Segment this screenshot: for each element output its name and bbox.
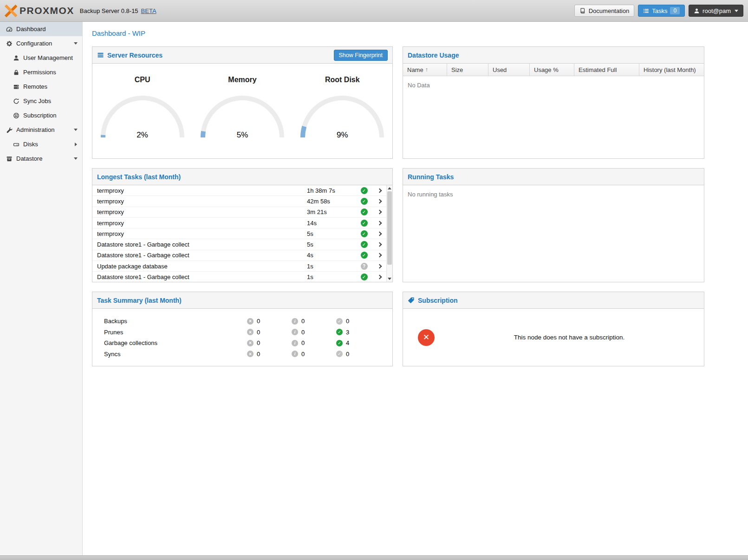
ok-status-icon: ✓ (361, 220, 368, 227)
chevron-right-icon[interactable] (372, 210, 386, 214)
user-menu-button[interactable]: root@pam (689, 5, 743, 17)
task-duration: 5s (307, 230, 356, 237)
sidebar-item-dashboard[interactable]: Dashboard (0, 22, 82, 36)
task-name: Datastore store1 - Garbage collect (92, 241, 307, 248)
chevron-right-icon (75, 143, 77, 146)
chevron-right-icon[interactable] (372, 200, 386, 203)
brand-text: PROXMOX (20, 5, 74, 16)
longest-tasks-list: termproxy1h 38m 7s✓termproxy42m 58s✓term… (92, 185, 386, 282)
show-fingerprint-button[interactable]: Show Fingerprint (334, 50, 388, 61)
sidebar-item-user-management[interactable]: User Management (0, 51, 82, 65)
task-duration: 42m 58s (307, 198, 356, 205)
task-name: termproxy (92, 208, 307, 215)
task-row[interactable]: termproxy42m 58s✓ (92, 196, 386, 207)
task-row[interactable]: termproxy3m 21s✓ (92, 207, 386, 218)
chevron-right-icon[interactable] (372, 221, 386, 225)
task-duration: 14s (307, 220, 356, 227)
panel-title: Longest Tasks (last Month) (97, 173, 181, 181)
longest-tasks-panel: Longest Tasks (last Month) termproxy1h 3… (92, 168, 393, 282)
ticket-icon (408, 297, 415, 304)
sidebar-item-disks[interactable]: Disks (0, 137, 82, 151)
user-name: root@pam (702, 7, 731, 14)
task-row[interactable]: Update package database1s? (92, 261, 386, 272)
warning-icon: i (292, 329, 298, 335)
error-icon: × (247, 329, 254, 335)
task-duration: 4s (307, 252, 356, 259)
column-header-history[interactable]: History (last Month) (639, 64, 704, 76)
column-header-used[interactable]: Used (488, 64, 530, 76)
scrollbar[interactable] (386, 185, 392, 282)
error-icon: × (247, 351, 254, 357)
ok-count: 3 (346, 329, 349, 336)
task-row[interactable]: Datastore store1 - Garbage collect1s✓ (92, 272, 386, 282)
task-list-icon (643, 8, 649, 14)
error-icon: × (247, 340, 254, 346)
task-row[interactable]: Datastore store1 - Garbage collect4s✓ (92, 250, 386, 261)
scroll-down-button[interactable] (387, 276, 392, 282)
tasks-button[interactable]: Tasks 0 (638, 5, 685, 17)
ok-icon: ✓ (336, 340, 343, 346)
sidebar-item-administration[interactable]: Administration (0, 123, 82, 137)
sidebar-item-label: Configuration (16, 40, 52, 47)
gauges: CPU2%Memory5%Root Disk9% (92, 64, 392, 140)
chevron-right-icon[interactable] (372, 243, 386, 246)
task-duration: 1s (307, 263, 356, 270)
ok-icon: ✓ (336, 318, 343, 325)
main-content: Dashboard - WIP Server Resources Show Fi… (83, 22, 748, 555)
error-count: 0 (257, 351, 260, 358)
summary-row: Prunes×0i0✓3 (92, 327, 392, 338)
column-header-estimated-full[interactable]: Estimated Full (574, 64, 639, 76)
sidebar-item-remotes[interactable]: Remotes (0, 79, 82, 94)
column-header-name[interactable]: Name ↑ (403, 64, 447, 76)
chevron-right-icon[interactable] (372, 189, 386, 192)
subscription-message: This node does not have a subscription. (435, 334, 704, 341)
ok-status-icon: ✓ (361, 241, 368, 248)
sidebar-item-configuration[interactable]: Configuration (0, 36, 82, 51)
chevron-right-icon[interactable] (372, 265, 386, 268)
summary-label: Backups (92, 318, 247, 325)
sidebar-item-datastore[interactable]: Datastore (0, 151, 82, 166)
error-icon: × (247, 318, 254, 325)
datastore-usage-table-header: Name ↑ Size Used Usage % Estimated Full … (403, 64, 704, 76)
summary-row: Garbage collections×0i0✓4 (92, 338, 392, 349)
no-subscription-icon: ✕ (418, 329, 435, 346)
column-header-usage-percent[interactable]: Usage % (530, 64, 574, 76)
column-header-size[interactable]: Size (447, 64, 488, 76)
scroll-up-button[interactable] (387, 185, 392, 191)
sidebar-item-sync-jobs[interactable]: Sync Jobs (0, 94, 82, 108)
scrollbar-thumb[interactable] (387, 191, 392, 265)
warning-count: 0 (301, 339, 305, 346)
task-row[interactable]: Datastore store1 - Garbage collect5s✓ (92, 239, 386, 250)
ok-status-icon: ✓ (361, 187, 368, 194)
panel-title: Task Summary (last Month) (97, 297, 182, 304)
task-name: termproxy (92, 187, 307, 194)
sidebar-item-permissions[interactable]: Permissions (0, 65, 82, 79)
sidebar-item-subscription[interactable]: Subscription (0, 108, 82, 123)
proxmox-logo: PROXMOX (5, 5, 74, 17)
no-running-tasks-text: No running tasks (403, 185, 704, 203)
task-row[interactable]: termproxy14s✓ (92, 218, 386, 228)
task-name: Update package database (92, 263, 307, 270)
ok-count: 0 (346, 318, 349, 325)
task-row[interactable]: termproxy1h 38m 7s✓ (92, 185, 386, 196)
page-title: Dashboard - WIP (83, 22, 748, 38)
window-bottom-edge (0, 555, 748, 560)
ok-icon: ✓ (336, 329, 343, 335)
summary-label: Garbage collections (92, 339, 247, 346)
chevron-right-icon[interactable] (372, 275, 386, 279)
warning-count: 0 (301, 318, 305, 325)
chevron-right-icon[interactable] (372, 232, 386, 235)
task-row[interactable]: termproxy5s✓ (92, 228, 386, 239)
task-summary-panel: Task Summary (last Month) Backups×0i0✓0P… (92, 292, 393, 366)
ok-icon: ✓ (336, 351, 343, 357)
task-duration: 3m 21s (307, 208, 356, 215)
beta-link[interactable]: BETA (141, 7, 156, 14)
hdd-icon (13, 141, 20, 148)
error-count: 0 (257, 318, 260, 325)
proxmox-x-icon (5, 5, 17, 17)
task-duration: 1h 38m 7s (307, 187, 356, 194)
gauge-title: CPU (99, 76, 186, 84)
documentation-button[interactable]: Documentation (574, 5, 634, 17)
chevron-right-icon[interactable] (372, 254, 386, 257)
tasks-label: Tasks (652, 7, 667, 14)
